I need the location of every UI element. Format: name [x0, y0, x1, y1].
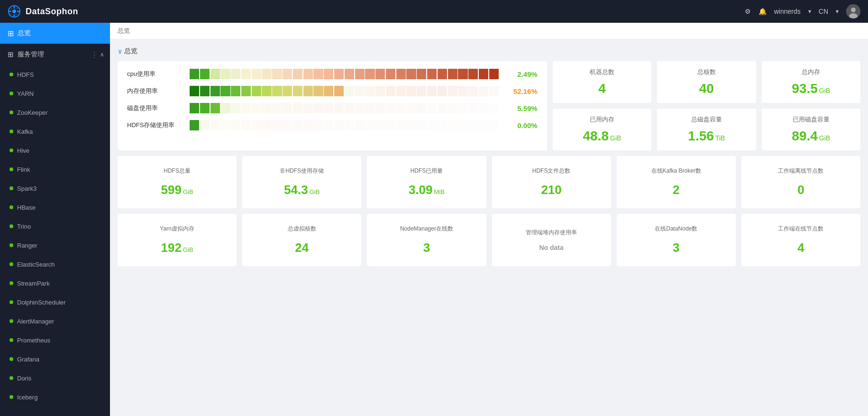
- streampark-status-dot: [9, 281, 13, 285]
- sidebar-item-streampark[interactable]: StreamPark ⋮: [0, 274, 110, 293]
- notification-icon[interactable]: 🔔: [758, 8, 767, 15]
- hdfs-bar-29: [479, 120, 488, 130]
- top-navigation: DataSophon ⚙ 🔔 winnerds ▾ CN ▾: [0, 0, 868, 23]
- hive-status-dot: [9, 148, 13, 152]
- hdfs-bar-12: [303, 120, 313, 130]
- username[interactable]: winnerds: [774, 8, 801, 15]
- online-datanode-label: 在线DataNode数: [655, 225, 697, 233]
- hdfs-bar-20: [386, 120, 395, 130]
- kafka-brokers-card: 在线Kafka Broker数 2: [617, 156, 736, 208]
- elasticsearch-status-dot: [9, 262, 13, 266]
- settings-icon[interactable]: ⚙: [745, 8, 751, 15]
- service-management-header[interactable]: ⊞ 服务管理 ⋮ ∧: [0, 44, 110, 65]
- hdfs-bar-21: [396, 120, 406, 130]
- hdfs-bar-15: [334, 120, 344, 130]
- mem-bar-20: [386, 86, 395, 96]
- grafana-label: Grafana: [17, 356, 39, 363]
- total-cores-label: 总核数: [697, 68, 716, 76]
- disk-bar-29: [479, 103, 488, 113]
- ranger-status-dot: [9, 243, 13, 247]
- user-dropdown-arrow[interactable]: ▾: [808, 8, 811, 15]
- mem-bar-29: [479, 86, 488, 96]
- sidebar-item-hdfs[interactable]: HDFS ⋮: [0, 65, 110, 84]
- sidebar-item-spark3[interactable]: Spark3 ⋮: [0, 179, 110, 198]
- hdfs-status-dot: [9, 73, 13, 76]
- section-collapse-icon[interactable]: ∧: [100, 51, 104, 58]
- nodemanager-label: NodeManager在线数: [400, 225, 453, 233]
- sidebar-item-flink[interactable]: Flink ⋮: [0, 160, 110, 179]
- used-memory-value: 48.8 GiB: [583, 129, 621, 144]
- hdfs-bar-3: [210, 120, 220, 130]
- cpu-usage-row: cpu使用率: [127, 69, 538, 79]
- memory-bar: [190, 86, 499, 96]
- hdfs-bar-8: [262, 120, 271, 130]
- sidebar-overview-item[interactable]: ⊞ 总览: [0, 23, 110, 44]
- stat-card-machine-total: 机器总数 4: [553, 61, 651, 103]
- hdfs-bar-13: [313, 120, 323, 130]
- sidebar-item-iceberg[interactable]: Iceberg ⋮: [0, 388, 110, 407]
- content-body: ∨ 总览 cpu使用率: [110, 39, 868, 279]
- hdfs-usage-row: HDFS存储使用率: [127, 120, 538, 130]
- sidebar-item-doris[interactable]: Doris ⋮: [0, 369, 110, 388]
- sidebar-item-hbase[interactable]: HBase ⋮: [0, 198, 110, 217]
- sidebar-item-zookeeper[interactable]: ZooKeeper ⋮: [0, 103, 110, 122]
- sidebar-item-kafka[interactable]: Kafka ⋮: [0, 122, 110, 141]
- hdfs-bar-9: [272, 120, 282, 130]
- mem-bar-1: [190, 86, 199, 96]
- memory-value: 52.16%: [504, 87, 538, 95]
- topnav-right: ⚙ 🔔 winnerds ▾ CN ▾: [745, 4, 860, 18]
- sidebar-item-elasticsearch[interactable]: ElasticSearch ⋮: [0, 255, 110, 274]
- hdfs-label: HDFS: [17, 71, 34, 78]
- doris-label: Doris: [17, 375, 31, 382]
- section-title-text: 总览: [124, 47, 137, 55]
- used-disk-label: 已用磁盘容量: [793, 115, 830, 124]
- hdfs-storage-value: 0.00%: [504, 121, 538, 129]
- hdfs-total-card: HDFS总量 599 GiB: [118, 156, 237, 208]
- language-dropdown-arrow[interactable]: ▾: [836, 8, 839, 15]
- sidebar-item-trino[interactable]: Trino ⋮: [0, 217, 110, 236]
- user-avatar[interactable]: [846, 4, 860, 18]
- stat-card-used-disk: 已用磁盘容量 89.4 GiB: [762, 109, 860, 150]
- svg-point-8: [851, 8, 856, 12]
- disk-bar: [190, 103, 499, 113]
- kafka-label: Kafka: [17, 128, 33, 135]
- total-disk-unit: TiB: [715, 134, 725, 142]
- sidebar-item-grafana[interactable]: Grafana ⋮: [0, 350, 110, 369]
- kafka-status-dot: [9, 129, 13, 133]
- hdfs-bar-10: [283, 120, 292, 130]
- hdfs-storage-label: HDFS存储使用率: [127, 121, 184, 129]
- disk-bar-4: [220, 103, 230, 113]
- sidebar-item-alertmanager[interactable]: AlertManager ⋮: [0, 312, 110, 331]
- section-dots-icon[interactable]: ⋮: [91, 50, 98, 59]
- memory-usage-row: 内存使用率: [127, 86, 538, 96]
- sidebar-item-hive[interactable]: Hive ⋮: [0, 141, 110, 160]
- online-workers-label: 工作端在线节点数: [778, 225, 823, 233]
- hdfs-bar-24: [427, 120, 437, 130]
- online-workers-value: 4: [797, 240, 804, 255]
- sidebar-item-prometheus[interactable]: Prometheus ⋮: [0, 331, 110, 350]
- hdfs-files-value: 210: [541, 183, 561, 197]
- hdfs-bar-26: [448, 120, 457, 130]
- machine-total-value: 4: [598, 81, 606, 96]
- spark3-label: Spark3: [17, 185, 37, 192]
- sidebar-item-ranger[interactable]: Ranger ⋮: [0, 236, 110, 255]
- language-selector[interactable]: CN: [819, 8, 828, 15]
- cpu-bar-seg-27: [458, 69, 467, 79]
- sidebar-item-yarn[interactable]: YARN ⋮: [0, 84, 110, 103]
- sidebar-item-dolphinscheduler[interactable]: DolphinScheduler ⋮: [0, 293, 110, 312]
- yarn-vm-label: Yarn虚拟内存: [160, 225, 194, 233]
- main-layout: ⊞ 总览 ⊞ 服务管理 ⋮ ∧ HDFS: [0, 23, 868, 416]
- disk-bar-5: [231, 103, 240, 113]
- elasticsearch-label: ElasticSearch: [17, 261, 55, 268]
- cpu-bar-seg-4: [220, 69, 230, 79]
- disk-bar-28: [468, 103, 478, 113]
- hdfs-bar-4: [220, 120, 230, 130]
- disk-bar-13: [313, 103, 323, 113]
- disk-bar-10: [283, 103, 292, 113]
- mem-bar-17: [355, 86, 365, 96]
- cpu-bar-seg-7: [252, 69, 261, 79]
- mem-bar-14: [324, 86, 333, 96]
- disk-bar-6: [241, 103, 251, 113]
- total-virtual-cores-card: 总虚拟核数 24: [242, 214, 361, 266]
- disk-bar-8: [262, 103, 271, 113]
